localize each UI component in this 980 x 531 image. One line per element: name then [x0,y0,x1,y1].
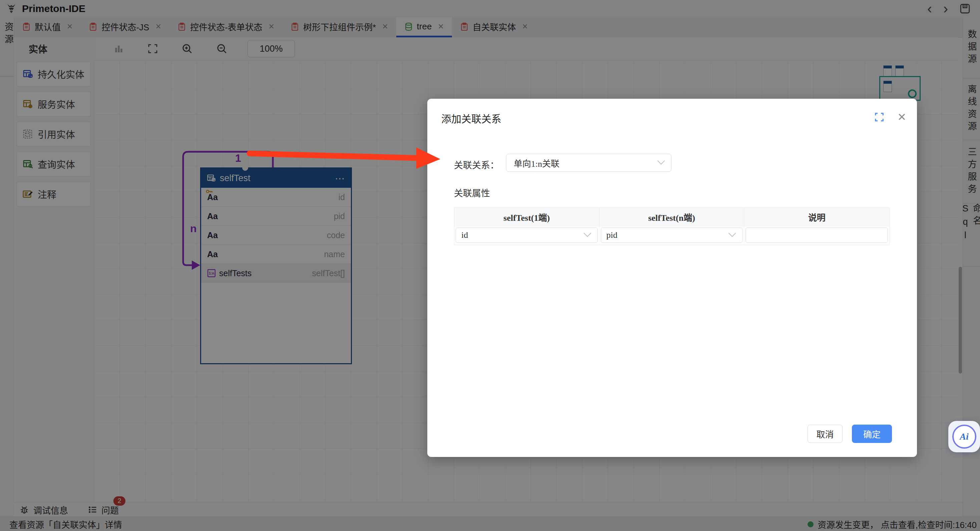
n-end-field-value: pid [606,230,617,240]
ai-assistant-button[interactable]: Ai [948,421,980,452]
ok-button[interactable]: 确定 [852,424,892,443]
one-end-field-value: id [461,230,468,240]
col-header-description: 说明 [744,208,889,226]
add-relation-dialog: 添加关联关系 ✕ 关联关系： 单向1:n关联 关联属性 selfTest(1端)… [427,99,917,457]
col-header-selftest-n: selfTest(n端) [600,208,745,226]
relation-type-select[interactable]: 单向1:n关联 [506,154,671,172]
chevron-down-icon [729,229,736,237]
cancel-button[interactable]: 取消 [808,424,843,443]
relation-properties-title: 关联属性 [454,186,490,199]
relation-type-label: 关联关系： [454,158,499,171]
fullscreen-icon[interactable] [874,112,884,122]
description-input[interactable] [746,227,888,243]
table-row: id pid [454,226,889,245]
annotation-arrow [234,134,453,180]
relation-properties-table: selfTest(1端) selfTest(n端) 说明 id pid [454,207,889,245]
chevron-down-icon [657,157,665,165]
dialog-title: 添加关联关系 [441,111,501,126]
one-end-field-select[interactable]: id [456,227,598,243]
ai-logo: Ai [952,424,976,448]
n-end-field-select[interactable]: pid [601,227,743,243]
close-icon[interactable]: ✕ [897,111,906,123]
col-header-selftest-1: selfTest(1端) [454,208,600,226]
chevron-down-icon [584,229,591,237]
table-header-row: selfTest(1端) selfTest(n端) 说明 [454,208,889,226]
relation-type-value: 单向1:n关联 [514,157,559,169]
